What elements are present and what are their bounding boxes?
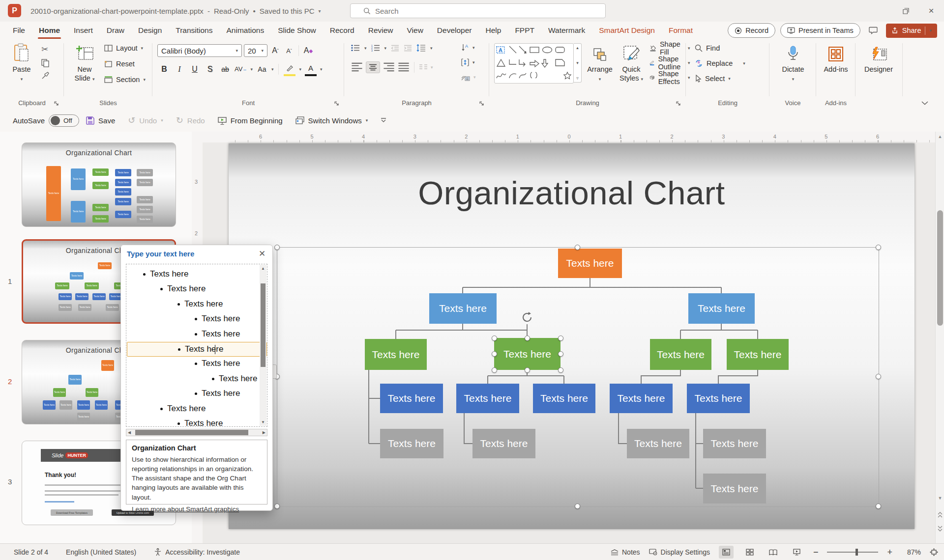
convert-to-smartart-button[interactable]: ▾ [461, 72, 476, 83]
underline-button[interactable]: U [189, 63, 201, 75]
text-pane-item[interactable]: Texts here [127, 402, 259, 416]
org-chart-node[interactable]: Texts here [533, 384, 595, 413]
reset-button[interactable]: Reset [104, 57, 146, 70]
zoom-out-button[interactable]: − [813, 547, 819, 558]
find-button[interactable]: Find [695, 42, 745, 54]
node-selection-handle[interactable] [558, 351, 563, 357]
autosave-toggle[interactable]: Off [49, 114, 79, 127]
format-painter-button[interactable] [41, 72, 50, 80]
character-spacing-button[interactable]: AV↔ [235, 63, 247, 75]
align-left-button[interactable] [351, 61, 363, 73]
next-slide-button[interactable] [936, 525, 944, 532]
normal-view-button[interactable] [719, 546, 734, 559]
frame-selection-handle[interactable] [274, 245, 280, 250]
highlight-color-button[interactable] [284, 62, 295, 76]
tab-transitions[interactable]: Transitions [169, 22, 219, 39]
decrease-indent-button[interactable] [391, 45, 399, 52]
switch-windows-button[interactable]: Switch Windows ▾ [295, 116, 368, 125]
cut-button[interactable]: ✂ [41, 44, 50, 55]
gallery-more-icon[interactable]: ▿ [576, 76, 579, 81]
text-pane-list[interactable]: Texts hereTexts hereTexts hereTexts here… [126, 264, 267, 427]
designer-button[interactable]: Designer [862, 42, 895, 74]
undo-button[interactable]: ↺ Undo ▾ [128, 115, 163, 126]
tab-help[interactable]: Help [479, 22, 508, 39]
text-pane-item[interactable]: Texts here [127, 357, 259, 371]
node-selection-handle[interactable] [525, 336, 530, 341]
chevron-down-icon[interactable]: ▾ [250, 67, 253, 72]
org-chart-node[interactable]: Texts here [472, 429, 535, 458]
tab-animations[interactable]: Animations [219, 22, 271, 39]
scroll-down-icon[interactable]: ▼ [261, 420, 265, 424]
increase-indent-button[interactable] [404, 45, 412, 52]
dictate-button[interactable]: Dictate ▾ [778, 42, 808, 83]
tab-record[interactable]: Record [323, 22, 361, 39]
from-beginning-button[interactable]: From Beginning [218, 116, 283, 125]
node-selection-handle[interactable] [525, 367, 530, 373]
tab-watermark[interactable]: Watermark [541, 22, 592, 39]
tab-home[interactable]: Home [32, 22, 67, 39]
comments-button[interactable] [865, 24, 881, 37]
tab-smartart-design[interactable]: SmartArt Design [592, 22, 662, 39]
shape-fill-button[interactable]: Shape Fill ▾ [649, 42, 690, 54]
autosave-control[interactable]: AutoSave Off [13, 114, 79, 127]
frame-selection-handle[interactable] [274, 504, 280, 509]
org-chart-node[interactable]: Texts here [365, 339, 427, 370]
chevron-down-icon[interactable]: ▾ [430, 46, 433, 51]
text-pane-item[interactable]: Texts here [127, 342, 267, 357]
shape-effects-button[interactable]: Shape Effects ▾ [649, 72, 690, 84]
org-chart-node[interactable]: Texts here [703, 474, 766, 504]
columns-button[interactable] [419, 64, 428, 70]
language-indicator[interactable]: English (United States) [66, 548, 136, 556]
line-spacing-button[interactable] [416, 44, 426, 52]
org-chart-node[interactable]: Texts here [650, 339, 711, 370]
node-selection-handle[interactable] [492, 367, 497, 373]
powerpoint-logo-icon[interactable]: P [8, 4, 21, 17]
text-pane-item[interactable]: Texts here [127, 297, 259, 311]
bullets-button[interactable] [351, 44, 360, 52]
gallery-down-icon[interactable]: ▾ [576, 60, 579, 65]
layout-button[interactable]: Layout ▾ [104, 41, 146, 55]
qat-overflow-button[interactable] [381, 118, 386, 123]
save-button[interactable]: Save [86, 116, 115, 125]
paragraph-dialog-launcher-icon[interactable] [479, 101, 484, 106]
horizontal-ruler[interactable]: 6543210123456 [203, 132, 935, 143]
org-chart-node-selected[interactable]: Texts here [494, 338, 560, 370]
scroll-down-icon[interactable]: ▼ [936, 494, 944, 502]
node-selection-handle[interactable] [492, 351, 497, 357]
close-window-icon[interactable]: × [918, 0, 944, 22]
drawing-dialog-launcher-icon[interactable] [676, 101, 681, 106]
text-shadow-button[interactable]: S [204, 63, 216, 75]
tab-draw[interactable]: Draw [100, 22, 131, 39]
chevron-down-icon[interactable]: ▾ [319, 8, 321, 14]
slide-editing-area[interactable]: Organizational Chart Texts hereTexts her… [229, 143, 914, 529]
text-pane-item[interactable]: Texts here [127, 312, 259, 326]
shape-gallery[interactable]: A [494, 43, 574, 84]
reading-view-button[interactable] [766, 546, 781, 559]
restore-window-icon[interactable] [893, 0, 918, 22]
org-chart-node[interactable]: Texts here [558, 249, 622, 278]
slideshow-view-button[interactable] [790, 546, 804, 559]
text-pane-item[interactable]: Texts here [127, 327, 259, 341]
scrollbar-thumb[interactable] [937, 210, 943, 326]
addins-button[interactable]: Add-ins [821, 42, 851, 74]
org-chart-node[interactable]: Texts here [627, 429, 689, 458]
present-in-teams-button[interactable]: Present in Teams [780, 23, 860, 38]
zoom-level[interactable]: 87% [901, 548, 921, 556]
zoom-slider[interactable] [827, 552, 878, 553]
frame-selection-handle[interactable] [575, 245, 580, 250]
frame-selection-handle[interactable] [876, 374, 881, 379]
tab-developer[interactable]: Developer [430, 22, 479, 39]
vertical-scrollbar[interactable]: ▲ ▼ [935, 132, 944, 543]
previous-slide-button[interactable] [936, 511, 944, 519]
chevron-down-icon[interactable]: ▾ [299, 67, 301, 72]
align-center-button[interactable] [366, 61, 380, 73]
grow-font-button[interactable]: Aˆ [269, 45, 281, 57]
justify-button[interactable] [398, 61, 410, 73]
arrange-button[interactable]: Arrange ▾ [586, 42, 614, 83]
tab-file[interactable]: File [6, 22, 32, 39]
node-selection-handle[interactable] [558, 336, 563, 341]
shape-outline-button[interactable]: Shape Outline ▾ [649, 57, 690, 69]
chevron-down-icon[interactable]: ▾ [929, 28, 932, 33]
record-button[interactable]: Record [728, 23, 775, 38]
font-color-button[interactable]: A [305, 62, 317, 76]
